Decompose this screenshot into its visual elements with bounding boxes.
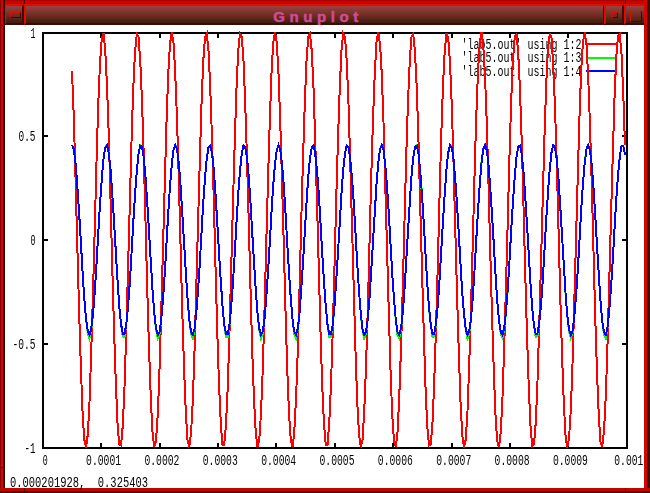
svg-text:0.0007: 0.0007: [436, 453, 471, 469]
svg-text:0.0009: 0.0009: [553, 453, 588, 469]
svg-text:0.0004: 0.0004: [261, 453, 296, 469]
svg-text:0.5: 0.5: [19, 129, 36, 145]
svg-text:'lab5.out' using 1:4: 'lab5.out' using 1:4: [462, 64, 582, 80]
svg-text:-0.5: -0.5: [13, 337, 36, 353]
svg-text:1: 1: [31, 26, 36, 42]
svg-text:0.000201928, 0.325403: 0.000201928, 0.325403: [10, 475, 148, 491]
svg-text:0.0001: 0.0001: [86, 453, 121, 469]
svg-text:0: 0: [31, 233, 36, 249]
svg-text:0.0002: 0.0002: [144, 453, 179, 469]
svg-text:0.0006: 0.0006: [378, 453, 413, 469]
svg-text:0.0008: 0.0008: [495, 453, 530, 469]
svg-text:0: 0: [43, 453, 48, 469]
svg-text:0.0005: 0.0005: [320, 453, 355, 469]
svg-text:-1: -1: [25, 441, 36, 457]
svg-text:0.0003: 0.0003: [203, 453, 238, 469]
svg-text:0.001: 0.001: [614, 453, 643, 469]
